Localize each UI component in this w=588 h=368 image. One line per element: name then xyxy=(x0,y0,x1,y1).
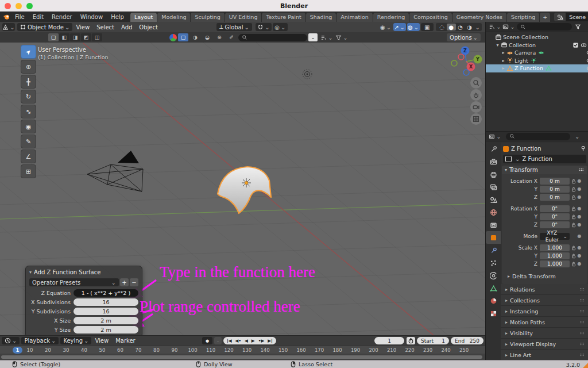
gizmo-neg-x[interactable] xyxy=(458,54,464,60)
frame-end-field[interactable]: End250 xyxy=(451,337,483,344)
operator-z-equation-field[interactable]: 1 - ( x**2 + y**2 ) xyxy=(74,289,138,297)
tool-search-input[interactable] xyxy=(238,34,307,41)
operator-panel-header[interactable]: ▾Add Z Function Surface xyxy=(29,269,138,275)
menu-window[interactable]: Window xyxy=(76,14,107,20)
playback-dropdown[interactable]: Playback⌄ xyxy=(21,337,59,344)
workspace-tab-modeling[interactable]: Modeling xyxy=(157,13,190,22)
outliner-row-scene-collection[interactable]: Scene Collection xyxy=(486,33,588,41)
transform-value-field[interactable]: 0° xyxy=(540,213,570,220)
rotation-mode-dropdown[interactable]: XYZ Euler⌄ xyxy=(540,233,570,240)
animate-dot[interactable]: ● xyxy=(577,214,582,219)
operator-y-size-field[interactable]: 2 m xyxy=(74,326,138,334)
auto-keying-record-button[interactable]: ● xyxy=(202,337,212,344)
display-mode-dropdown[interactable]: ⌄ xyxy=(320,33,333,41)
workspace-tab-texture-paint[interactable]: Texture Paint xyxy=(262,13,305,22)
workspace-tab-shading[interactable]: Shading xyxy=(306,13,336,22)
transform-value-field[interactable]: 0 m xyxy=(540,194,570,201)
operator-x-size-field[interactable]: 2 m xyxy=(74,317,138,324)
operator-y-subdivisions-field[interactable]: 16 xyxy=(74,308,138,315)
transform-value-field[interactable]: 0° xyxy=(540,205,570,212)
operator-panel[interactable]: ▾Add Z Function Surface Operator Presets… xyxy=(25,266,142,335)
use-preview-range-button[interactable] xyxy=(407,337,415,344)
zoom-view-button[interactable] xyxy=(470,77,482,89)
workspace-tab-rendering[interactable]: Rendering xyxy=(373,13,409,22)
current-frame-badge[interactable]: 1 xyxy=(13,347,22,354)
select-mode-invert[interactable]: ◩ xyxy=(81,33,91,41)
properties-tab-particles[interactable] xyxy=(486,256,501,269)
add-workspace-button[interactable]: + xyxy=(540,13,550,22)
delta-transform-panel[interactable]: ▸Delta Transform xyxy=(502,271,587,281)
globe-filter-icon[interactable]: ⊕ xyxy=(214,33,225,41)
panel-line-art[interactable]: ▸Line Art xyxy=(501,350,588,361)
workspace-tab-geometry-nodes[interactable]: Geometry Nodes xyxy=(452,13,506,22)
panel-motion-paths[interactable]: ▸Motion Paths xyxy=(501,317,588,328)
viewport-menu-view[interactable]: View xyxy=(72,24,93,30)
scene-name-field[interactable]: Scene xyxy=(566,13,588,21)
shading-solid-icon[interactable]: ● xyxy=(447,24,456,30)
workspace-tab-sculpting[interactable]: Sculpting xyxy=(191,13,224,22)
properties-tab-output[interactable] xyxy=(486,168,501,181)
menu-help[interactable]: Help xyxy=(107,14,128,20)
panel-viewport-display[interactable]: ▸Viewport Display xyxy=(501,339,588,350)
measure-tool[interactable]: ∠ xyxy=(21,150,36,163)
transform-value-field[interactable]: 0 m xyxy=(540,178,570,185)
viewport-3d[interactable]: Z Y X User Perspective (1) Collection | … xyxy=(0,43,485,335)
properties-tab-scene[interactable] xyxy=(486,193,501,206)
timeline-editor-type-button[interactable]: ⌄ xyxy=(2,337,20,344)
outliner-row-camera[interactable]: ▸ Camera xyxy=(486,49,588,57)
collection-checkbox[interactable] xyxy=(572,42,579,48)
options-dropdown[interactable]: Options⌄ xyxy=(447,33,481,41)
properties-tab-physics[interactable] xyxy=(486,269,501,282)
transform-value-field[interactable]: 0 m xyxy=(540,186,570,193)
lock-icon[interactable] xyxy=(570,245,577,251)
outliner-search-input[interactable] xyxy=(517,23,572,30)
operator-x-subdivisions-field[interactable]: 16 xyxy=(74,298,138,306)
pivot-point-dropdown[interactable]: ◉⌄ xyxy=(380,23,392,31)
shading-wireframe-icon[interactable]: ◌ xyxy=(438,24,447,30)
pin-icon[interactable] xyxy=(580,145,586,152)
camera-object[interactable] xyxy=(87,151,143,191)
search-options-dropdown[interactable]: ⌄ xyxy=(308,33,318,41)
timeline-scrollbar[interactable] xyxy=(1,355,482,359)
viewport-menu-add[interactable]: Add xyxy=(118,24,136,30)
transport-play-button[interactable]: ▶ xyxy=(252,338,255,343)
viewport-menu-object[interactable]: Object xyxy=(136,24,161,30)
remove-preset-button[interactable]: − xyxy=(130,278,138,286)
properties-tab-material[interactable] xyxy=(486,294,501,307)
transform-value-field[interactable]: 0° xyxy=(540,221,570,228)
add-cube-tool[interactable]: ⊞ xyxy=(21,164,36,178)
gizmo-neg-y[interactable] xyxy=(451,60,457,66)
select-mode-intersect[interactable]: ◫ xyxy=(92,33,102,41)
panel-relations[interactable]: ▸Relations xyxy=(501,284,588,295)
properties-tab-texture[interactable] xyxy=(486,307,501,320)
properties-tab-collection[interactable] xyxy=(486,218,501,231)
animate-dot[interactable]: ● xyxy=(577,178,582,183)
transform-value-field[interactable]: 1.000 xyxy=(540,252,570,259)
rotate-tool[interactable]: ↻ xyxy=(21,90,36,103)
workspace-tab-scripting[interactable]: Scripting xyxy=(507,13,539,22)
outliner-filter-icon[interactable] xyxy=(575,24,581,30)
select-mode-set[interactable]: ▢ xyxy=(48,33,59,41)
workspace-tab-animation[interactable]: Animation xyxy=(336,13,372,22)
lock-icon[interactable] xyxy=(570,194,577,200)
transform-panel-header[interactable]: ▾Transform xyxy=(502,166,587,174)
lock-icon[interactable] xyxy=(570,178,577,184)
transport-jump-start-button[interactable]: |◀ xyxy=(227,338,232,343)
scene-icon[interactable] xyxy=(554,13,566,21)
show-gizmo-toggle[interactable]: ↗⌄ xyxy=(393,23,406,31)
filter-dropdown[interactable]: ⌄ xyxy=(335,33,348,41)
proportional-editing-dropdown[interactable]: ◎⌄ xyxy=(273,23,288,31)
animate-dot[interactable]: ● xyxy=(577,222,582,227)
metaball-filter-icon[interactable]: ◒ xyxy=(202,33,212,41)
lock-icon[interactable] xyxy=(570,214,577,220)
transform-value-field[interactable]: 1.000 xyxy=(540,244,570,251)
toggle-ortho-button[interactable] xyxy=(470,113,482,125)
brush-filter-icon[interactable]: ✐ xyxy=(226,33,237,41)
outliner-row-z-function[interactable]: ▸ Z Function xyxy=(486,64,588,72)
transform-orientation-dropdown[interactable]: ⟂Global⌄ xyxy=(216,23,252,31)
fallback-tool-icon[interactable] xyxy=(169,34,177,41)
menu-file[interactable]: File xyxy=(11,14,29,20)
lock-icon[interactable] xyxy=(570,222,577,228)
panel-grip-icon[interactable] xyxy=(578,167,585,173)
gizmo-neg-z[interactable] xyxy=(463,70,469,75)
